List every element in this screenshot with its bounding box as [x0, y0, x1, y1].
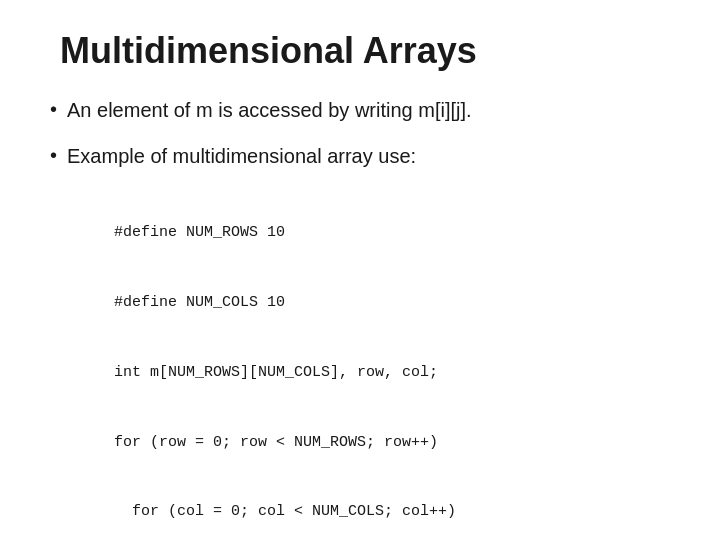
- code-block: #define NUM_ROWS 10 #define NUM_COLS 10 …: [78, 198, 670, 540]
- code-line-2: #define NUM_COLS 10: [114, 294, 285, 311]
- slide-title: Multidimensional Arrays: [60, 30, 670, 72]
- bullet-text-2: Example of multidimensional array use:: [67, 142, 416, 170]
- bullet-item-1: • An element of m is accessed by writing…: [50, 96, 670, 124]
- slide: Multidimensional Arrays • An element of …: [0, 0, 720, 540]
- code-line-1: #define NUM_ROWS 10: [114, 224, 285, 241]
- bullet-icon-2: •: [50, 144, 57, 167]
- code-line-5: for (col = 0; col < NUM_COLS; col++): [114, 503, 456, 520]
- bullet-item-2: • Example of multidimensional array use:: [50, 142, 670, 170]
- bullet-icon-1: •: [50, 98, 57, 121]
- code-line-4: for (row = 0; row < NUM_ROWS; row++): [114, 434, 438, 451]
- bullet-text-1: An element of m is accessed by writing m…: [67, 96, 472, 124]
- code-line-3: int m[NUM_ROWS][NUM_COLS], row, col;: [114, 364, 438, 381]
